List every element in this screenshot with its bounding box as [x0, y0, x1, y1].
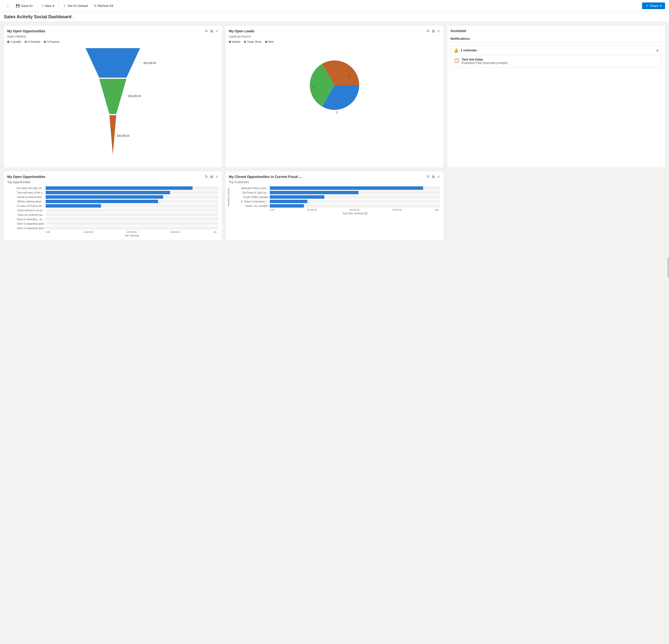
closed-opps-chart-wrapper: Potential Customer Adventure Works (sam.… [229, 186, 440, 207]
bar-label: 6 orders of Product SK... [7, 205, 44, 207]
collapse-icon[interactable]: ∧ [656, 48, 659, 52]
closed-bar-fill [270, 204, 304, 207]
legend-develop: 2-Develop [25, 40, 40, 43]
open-leads-legend: (blank) Trade Show Web [229, 40, 440, 43]
top-opps-chart: Very likely will order 18 ...They sell m… [7, 186, 218, 230]
back-icon: ← [6, 4, 10, 8]
open-leads-subtitle: Leads by Source [229, 35, 440, 38]
closed-opps-bar-row: Litware, Inc. (sample) [231, 204, 440, 207]
closed-tick-2: 50,000.00 [349, 209, 359, 211]
assistant-section: Notifications 🔔 1 reminder ∧ 📋 Task due … [451, 35, 662, 67]
top-opps-bar-row: Needs to restock their ... [7, 195, 218, 199]
bar-label: Likes our products (sa... [7, 214, 44, 216]
legend-web: Web [265, 40, 274, 43]
open-leads-header: My Open Leads ↻ ⊞ ⤢ [229, 29, 440, 33]
save-icon: 💾 [16, 4, 20, 8]
bar-label: Needs to restock their ... [7, 196, 44, 199]
closed-tick-3: 75,000.00 [392, 209, 402, 211]
expand-icon[interactable]: ⤢ [215, 29, 218, 33]
pie-svg: 1 1 1 [302, 53, 367, 117]
axis-tick-1: 10,000.00 [83, 231, 93, 233]
closed-bar-label: Fourth Coffee (sample) [231, 196, 268, 199]
set-default-button[interactable]: ✓ Set As Default [61, 3, 90, 9]
top-opps-bar-row: Store is expanding - se... [7, 217, 218, 221]
blank-label: (blank) [232, 40, 240, 43]
table-top-icon[interactable]: ⊞ [210, 174, 213, 179]
closed-opps-title: My Closed Opportunities in Current Fisca… [229, 175, 302, 179]
title-chevron-icon[interactable]: ⌄ [73, 15, 75, 19]
tradeshow-dot [244, 41, 246, 43]
set-default-label: Set As Default [67, 4, 88, 8]
bar-track [46, 191, 218, 194]
bar-track [46, 195, 218, 199]
notifications-header: Notifications [451, 35, 662, 43]
checkmark-icon: ✓ [63, 4, 66, 8]
refresh-closed-icon[interactable]: ↻ [427, 174, 430, 179]
top-opps-bar-row: Some interest in our pr... [7, 209, 218, 212]
closed-bar-label: City Power & Light (sa... [231, 191, 268, 194]
topbar-left: ← 💾 Save As + New ▾ ✓ Set As Default ↻ R… [4, 3, 116, 9]
reminder-block: 🔔 1 reminder ∧ 📋 Task due today Evaluati… [451, 45, 662, 67]
expand-leads-icon[interactable]: ⤢ [437, 29, 440, 33]
back-button[interactable]: ← [4, 3, 12, 9]
assistant-title: Assistant [451, 29, 466, 33]
bar-fill [46, 186, 193, 190]
bar-label: Some interest in our pr... [7, 209, 44, 212]
reminder-left: 🔔 1 reminder [454, 48, 477, 53]
closed-bar-fill [270, 200, 307, 203]
legend-qualify: 1-Qualify [7, 40, 21, 43]
develop-label: 2-Develop [28, 40, 40, 43]
open-opps-header: My Open Opportunities ↻ ⊞ ⤢ [7, 29, 218, 33]
bar-track [46, 200, 218, 203]
pie-label-2: 1 [313, 85, 314, 88]
top-opps-title: My Open Opportunities [7, 175, 45, 179]
refresh-top-icon[interactable]: ↻ [205, 174, 208, 179]
funnel-propose-label: $36,000.00 [117, 134, 130, 137]
bar-fill [46, 195, 163, 199]
top-opps-subtitle: Top Opportunities [7, 181, 218, 184]
bar-fill [46, 200, 158, 203]
open-leads-card: My Open Leads ↻ ⊞ ⤢ Leads by Source (bla… [225, 25, 444, 168]
open-opportunities-card: My Open Opportunities ↻ ⊞ ⤢ Sales Pipeli… [3, 25, 222, 168]
save-as-button[interactable]: 💾 Save As [13, 3, 35, 9]
closed-opps-axis-label: Sum (Est. revenue) ($) [229, 212, 440, 215]
expand-closed-icon[interactable]: ⤢ [437, 174, 440, 179]
web-label: Web [268, 40, 274, 43]
new-button[interactable]: + New ▾ [40, 3, 57, 9]
topbar: ← 💾 Save As + New ▾ ✓ Set As Default ↻ R… [0, 0, 669, 12]
closed-bar-fill [270, 191, 358, 194]
table-leads-icon[interactable]: ⊞ [432, 29, 435, 33]
refresh-leads-icon[interactable]: ↻ [427, 29, 430, 33]
table-closed-icon[interactable]: ⊞ [432, 174, 435, 179]
funnel-chart: $25,000.00 $55,000.00 $36,000.00 [7, 46, 218, 164]
bell-icon: 🔔 [454, 48, 459, 53]
closed-bar-track [270, 186, 440, 190]
top-opps-bar-row: They sell many of the s... [7, 191, 218, 194]
bar-label: Store is expanding - se... [7, 218, 44, 221]
refresh-all-button[interactable]: ↻ Refresh All [91, 3, 116, 9]
page-title: Sales Activity Social Dashboard [4, 14, 71, 19]
open-leads-title: My Open Leads [229, 29, 254, 33]
funnel-propose [109, 115, 116, 155]
titlebar: Sales Activity Social Dashboard ⌄ [0, 12, 669, 22]
web-dot [265, 41, 267, 43]
top-opportunities-card: My Open Opportunities ↻ ⊞ ⤢ Top Opportun… [3, 171, 222, 241]
expand-top-icon[interactable]: ⤢ [215, 174, 218, 179]
chevron-down-icon: ▾ [53, 4, 54, 8]
table-icon[interactable]: ⊞ [210, 29, 213, 33]
funnel-develop [99, 79, 126, 114]
bar-track [46, 217, 218, 221]
refresh-chart-icon[interactable]: ↻ [205, 29, 208, 33]
axis-tick-4: 40,... [214, 231, 218, 233]
notification-text: Task due today Evaluation Plan proposed … [461, 58, 508, 65]
top-opps-bar-row: Likes our products (sa... [7, 213, 218, 216]
closed-bar-track [270, 204, 440, 207]
bar-label: Will be ordering about ... [7, 200, 44, 203]
closed-opps-bar-row: A. Datum Corporation (... [231, 200, 440, 203]
funnel-svg: $25,000.00 $55,000.00 $36,000.00 [7, 48, 218, 162]
bar-track [46, 209, 218, 212]
task-icon: 📋 [454, 58, 459, 63]
top-opps-bar-row: Store is expanding opty3 [7, 226, 218, 230]
bar-label: Very likely will order 18 ... [7, 187, 44, 189]
share-button[interactable]: ↗ Share ▾ [642, 2, 665, 9]
